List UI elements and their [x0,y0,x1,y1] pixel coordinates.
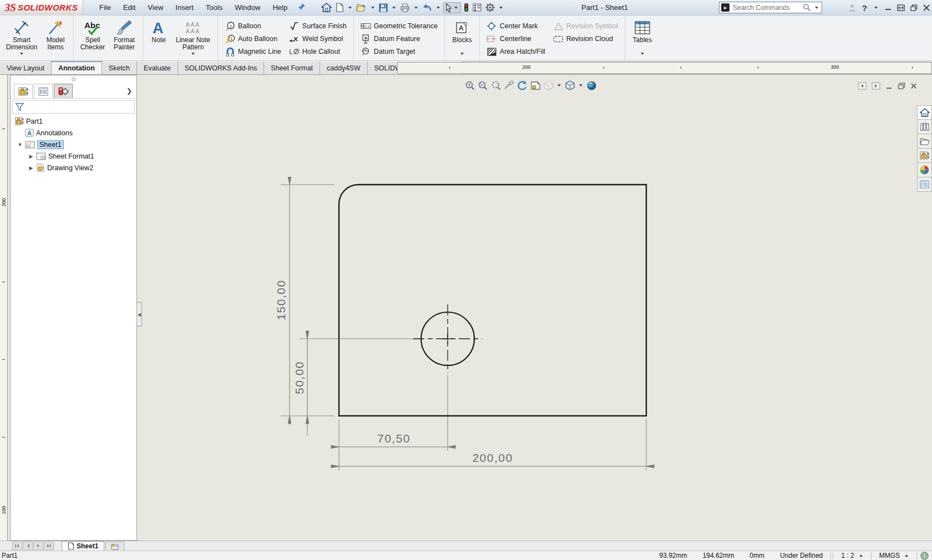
previous-window-icon[interactable] [858,82,867,90]
view-orientation-dropdown[interactable] [558,84,561,86]
solidworks-window: ЗS SOLIDWORKS File Edit View Insert Tool… [0,0,932,560]
tree-item-annotations[interactable]: A Annotations [11,127,136,139]
child-close-icon[interactable] [910,83,917,89]
panel-grip[interactable] [72,77,76,82]
status-definition-state: Under Defined [772,552,830,559]
last-sheet-button[interactable] [44,542,54,550]
part-outline[interactable] [339,185,646,416]
collapse-arrow-icon[interactable]: ▼ [17,142,23,147]
status-x-coordinate: 93.92mm [652,552,695,559]
previous-sheet-button[interactable] [23,542,33,550]
display-style-dropdown[interactable] [579,84,582,86]
add-sheet-icon [110,543,119,550]
next-window-icon[interactable] [872,82,880,90]
scale-dropdown[interactable] [859,554,863,557]
rotate-view-button[interactable] [504,81,514,90]
zoom-to-fit-button[interactable] [465,80,475,90]
display-style-button[interactable] [565,80,575,90]
child-window-controls [858,82,917,90]
add-sheet-tab[interactable] [105,542,124,551]
child-restore-icon[interactable] [898,83,905,89]
dimension-width[interactable]: 200,00 [472,451,513,464]
extension-lines [281,185,646,470]
view-orientation-button[interactable] [544,80,553,90]
task-pane [917,105,932,192]
zoom-to-area-button[interactable] [478,80,488,90]
taskpane-home-button[interactable] [917,105,932,120]
svg-text:A: A [27,130,32,136]
status-y-coordinate: 194.62mm [695,552,742,559]
expand-arrow-icon[interactable]: ▶ [28,165,34,171]
dimension-lines[interactable] [290,186,645,466]
custom-properties-button[interactable] [917,177,932,192]
status-document-name: Part1 [2,552,18,559]
sheet1-tab[interactable]: Sheet1 [62,541,104,551]
dimension-hole-y[interactable]: 50,00 [293,361,306,394]
status-z-coordinate: 0mm [742,552,772,559]
zoom-in-out-button[interactable] [491,80,501,90]
sheet-page-icon [68,542,74,550]
tree-item-drawing-view[interactable]: ▶ Drawing View2 [11,162,136,174]
annotations-folder-icon: A [25,129,34,137]
property-manager-tab[interactable] [34,84,53,98]
sheet-format-icon [36,152,46,160]
feature-manager-panel: ❯ Part1 A Annotations ▼ Sheet1 ▶ Sheet F… [10,75,137,541]
dimension-height[interactable]: 150,00 [275,279,287,320]
next-sheet-button[interactable] [33,542,43,550]
sheet-scale-selector[interactable]: 1 : 2 [833,552,857,559]
tree-item-sheet-format[interactable]: ▶ Sheet Format1 [11,150,136,162]
view-palette-button[interactable] [917,149,932,163]
feature-manager-tab[interactable] [14,84,33,98]
sheet-navigation [12,542,54,550]
file-explorer-button[interactable] [917,134,932,149]
child-minimize-icon[interactable] [885,83,893,89]
expand-arrow-icon[interactable]: ▶ [28,154,34,159]
tree-filter-row[interactable] [12,100,135,114]
dimension-hole-x[interactable]: 70,50 [377,432,411,445]
panel-expand-chevron[interactable]: ❯ [126,87,134,95]
redraw-button[interactable] [517,80,528,90]
sheet-icon [25,141,35,149]
drawing-doc-icon [15,117,24,125]
appearances-button[interactable] [917,163,932,177]
units-selector[interactable]: MMGS [872,552,903,559]
sheet-tab-bar: Sheet1 [0,541,932,551]
panel-collapse-handle[interactable]: ◀ [137,302,142,327]
units-dropdown[interactable] [905,554,908,557]
design-library-button[interactable] [917,120,932,134]
feature-tree: Part1 A Annotations ▼ Sheet1 ▶ Sheet For… [11,115,136,174]
panel-tabs: ❯ [11,83,136,99]
tree-item-part[interactable]: Part1 [11,115,136,127]
view-settings-button[interactable] [587,81,596,90]
tree-item-sheet1[interactable]: ▼ Sheet1 [11,139,136,150]
status-right-cluster: 93.92mm 194.62mm 0mm Under Defined 1 : 2… [652,552,932,560]
heads-up-view-toolbar [465,80,596,90]
drawing-view-icon [36,164,45,172]
sheet-properties-button[interactable] [530,81,541,90]
tags-globe-icon[interactable] [917,552,932,560]
status-bar: Part1 93.92mm 194.62mm 0mm Under Defined… [0,551,932,560]
first-sheet-button[interactable] [12,542,22,550]
inspection-addin-tab[interactable] [54,84,73,98]
filter-funnel-icon [15,103,24,111]
center-mark[interactable] [413,304,482,373]
